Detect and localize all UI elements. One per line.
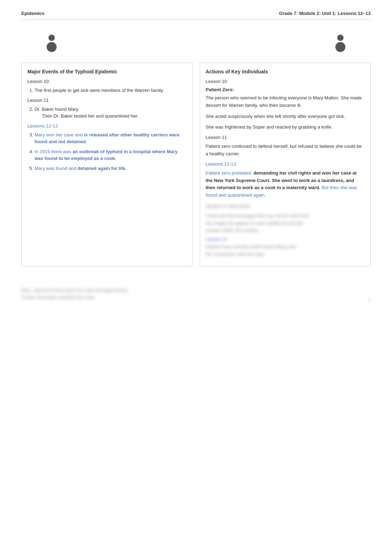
header-right-title: Grade 7: Module 2: Unit 1: Lessons 12–13: [279, 11, 371, 16]
left-lessons1213-label: Lessons 12-13: [27, 123, 187, 129]
left-lessons1213-list: Mary won her case and is released after …: [27, 131, 187, 172]
page: Epidemics Grade 7: Module 2: Unit 1: Les…: [0, 0, 392, 555]
right-column: Actions of Key Individuals Lesson 10 Pat…: [200, 63, 371, 266]
left-list-item-5: Mary was found and detained again for li…: [35, 165, 187, 172]
left-list-item-3: Mary won her case and is released after …: [35, 131, 187, 145]
right-column-title: Actions of Key Individuals: [206, 69, 365, 74]
icons-row: [21, 27, 371, 59]
right-para-2: She acted suspiciously when she left sho…: [206, 113, 365, 120]
left-lesson11-label: Lesson 11: [27, 98, 187, 103]
footer-page-number: 1: [368, 297, 371, 302]
right-para-1: The person who seemed to be infecting ev…: [206, 94, 365, 109]
left-item3-normal: Mary won her case and: [35, 132, 84, 138]
left-column-title: Major Events of the Typhoid Epidemic: [27, 69, 187, 74]
svg-point-1: [47, 42, 57, 52]
svg-point-0: [48, 35, 55, 41]
right-para-patient-protest: Patient zero protested,: [206, 170, 254, 176]
header: Epidemics Grade 7: Module 2: Unit 1: Les…: [21, 11, 371, 20]
left-person-icon-container: [43, 34, 61, 52]
left-lesson10-list: The first people to get sick were member…: [27, 87, 187, 94]
left-item4-normal: In 1915 there was: [35, 149, 73, 154]
header-left-title: Epidemics: [21, 11, 45, 16]
svg-point-3: [335, 42, 345, 52]
blurred-label-2: Lesson 14: [206, 237, 365, 242]
blurred-label-1: Student or Discussion: [206, 203, 365, 210]
footer-blurred-text-2: Further information redacted from view: [21, 295, 127, 300]
left-list-item-1: The first people to get sick were member…: [35, 87, 187, 94]
main-content: Major Events of the Typhoid Epidemic Les…: [21, 63, 371, 266]
svg-point-2: [337, 35, 344, 41]
footer-blurred-text-1: Mary - [blurred content about the case a…: [21, 288, 127, 293]
blurred-para-2: Student was recently asked about Mary an…: [206, 243, 365, 258]
right-lesson10-label: Lesson 10: [206, 79, 365, 84]
right-lesson11-para: Patient zero continued to defend herself…: [206, 143, 365, 158]
right-lessons1213-label: Lessons 12-13: [206, 161, 365, 167]
left-sub-text: Then Dr. Baker tested her and quarantine…: [42, 113, 187, 120]
right-para-3: She was frightened by Soper and reacted …: [206, 124, 365, 131]
left-item5-bold: detained again for life.: [78, 166, 127, 171]
left-lesson11-list: Dr. Baker found Mary. Then Dr. Baker tes…: [27, 106, 187, 120]
right-lesson11-label: Lesson 11: [206, 135, 365, 140]
blurred-para-1: These are blurred pages that can not be …: [206, 212, 365, 234]
left-item5-normal: Mary was found and: [35, 166, 78, 171]
left-list-item-4: In 1915 there was an outbreak of typhoid…: [35, 148, 187, 162]
right-person-icon: [334, 34, 347, 52]
left-column: Major Events of the Typhoid Epidemic Les…: [21, 63, 193, 266]
left-list-item-2: Dr. Baker found Mary. Then Dr. Baker tes…: [35, 106, 187, 120]
right-lessons1213-para: Patient zero protested, demanding her ci…: [206, 170, 365, 199]
right-person-icon-container: [331, 34, 349, 52]
footer-area: Mary - [blurred content about the case a…: [21, 281, 371, 302]
left-lesson10-label: Lesson 10: [27, 79, 187, 84]
left-person-icon: [45, 34, 58, 52]
patient-zero-label: Patient Zero:: [206, 87, 365, 92]
